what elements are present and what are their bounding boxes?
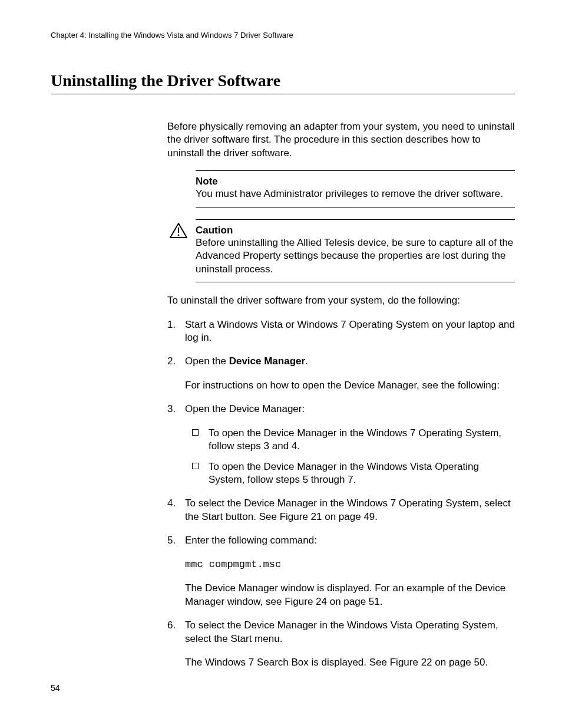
svg-point-2 bbox=[178, 234, 180, 236]
step-3-bullet-2-text: To open the Device Manager in the Window… bbox=[209, 461, 479, 485]
step-list: Start a Windows Vista or Windows 7 Opera… bbox=[167, 318, 515, 670]
step-5-command: mmc compmgmt.msc bbox=[185, 558, 515, 571]
step-5-sub: The Device Manager window is displayed. … bbox=[185, 582, 515, 608]
step-3-bullet-2: To open the Device Manager in the Window… bbox=[192, 460, 515, 487]
square-bullet-icon bbox=[192, 429, 199, 436]
caution-icon bbox=[170, 223, 187, 241]
content-column: Before physically removing an adapter fr… bbox=[167, 120, 515, 669]
caution-box: Caution Before uninstalling the Allied T… bbox=[196, 219, 515, 282]
step-1: Start a Windows Vista or Windows 7 Opera… bbox=[167, 318, 515, 345]
step-6: To select the Device Manager in the Wind… bbox=[167, 619, 515, 669]
section-title: Uninstalling the Driver Software bbox=[51, 71, 515, 90]
lead-paragraph: To uninstall the driver software from yo… bbox=[167, 294, 515, 307]
step-3: Open the Device Manager: To open the Dev… bbox=[167, 403, 515, 486]
step-2-sub: For instructions on how to open the Devi… bbox=[185, 379, 515, 392]
step-3-bullets: To open the Device Manager in the Window… bbox=[192, 427, 515, 487]
intro-paragraph: Before physically removing an adapter fr… bbox=[167, 120, 515, 160]
caution-label: Caution bbox=[196, 225, 515, 236]
step-4: To select the Device Manager in the Wind… bbox=[167, 497, 515, 523]
step-3-text: Open the Device Manager: bbox=[185, 403, 305, 414]
note-body: You must have Administrator privileges t… bbox=[196, 187, 515, 200]
step-5: Enter the following command: mmc compmgm… bbox=[167, 534, 515, 608]
step-2-pre: Open the bbox=[185, 355, 229, 367]
title-rule bbox=[51, 94, 515, 94]
step-2-bold: Device Manager bbox=[229, 355, 305, 367]
note-label: Note bbox=[196, 176, 515, 187]
step-2-post: . bbox=[305, 355, 308, 367]
caution-body: Before uninstalling the Allied Telesis d… bbox=[196, 236, 515, 276]
step-5-text: Enter the following command: bbox=[185, 535, 317, 546]
page: Chapter 4: Installing the Windows Vista … bbox=[0, 0, 562, 728]
running-header: Chapter 4: Installing the Windows Vista … bbox=[51, 31, 515, 39]
square-bullet-icon bbox=[192, 463, 199, 469]
step-2: Open the Device Manager. For instruction… bbox=[167, 355, 515, 392]
page-number: 54 bbox=[51, 683, 60, 693]
step-3-bullet-1-text: To open the Device Manager in the Window… bbox=[209, 427, 501, 452]
step-6-text: To select the Device Manager in the Wind… bbox=[185, 620, 498, 644]
step-6-sub: The Windows 7 Search Box is displayed. S… bbox=[185, 656, 515, 669]
note-box: Note You must have Administrator privile… bbox=[196, 170, 515, 207]
step-3-bullet-1: To open the Device Manager in the Window… bbox=[192, 427, 515, 453]
